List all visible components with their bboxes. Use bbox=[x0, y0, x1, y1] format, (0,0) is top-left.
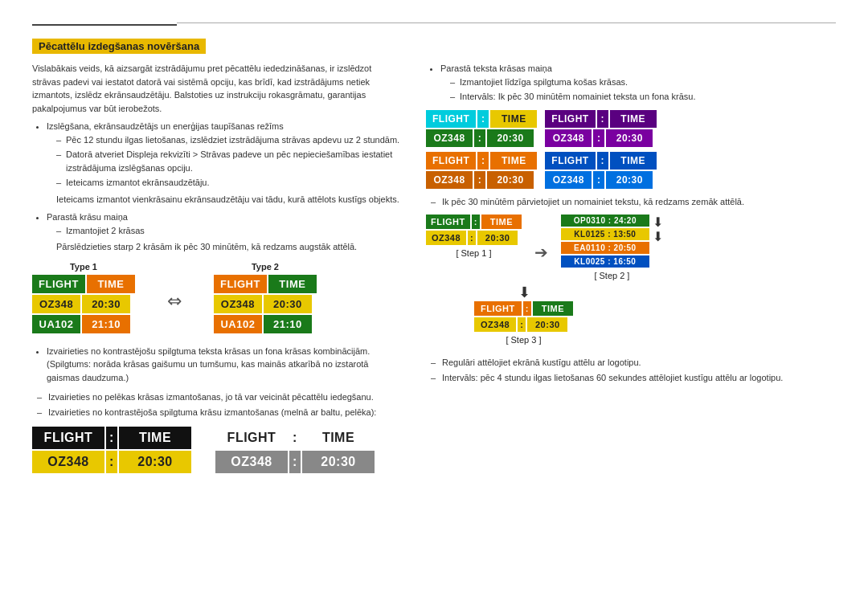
type2-label: Type 2 bbox=[214, 262, 317, 272]
s1-flight: FLIGHT bbox=[426, 215, 470, 229]
step3-section: ⬇ FLIGHT : TIME OZ348 : 20:30 [ Step 3 ] bbox=[474, 284, 836, 345]
left-dash2: Izvairieties no kontrastējoša spilgtuma … bbox=[32, 406, 402, 419]
t1-header-flight: FLIGHT bbox=[32, 275, 85, 293]
bottom-boards: FLIGHT : TIME OZ348 : 20:30 FLIGHT : TIM… bbox=[32, 427, 402, 473]
rb2-b2-time2: 20:30 bbox=[606, 171, 653, 189]
right-dash1: Izmantojiet līdzīga spilgtuma košas krās… bbox=[450, 76, 836, 89]
rb2-b1-flight: FLIGHT bbox=[426, 152, 476, 170]
t2-header-time: TIME bbox=[268, 275, 317, 293]
right-column: Parastā teksta krāsas maiņa Izmantojiet … bbox=[426, 62, 836, 473]
bb-right-header-flight: FLIGHT bbox=[215, 427, 288, 449]
s1-colon2: : bbox=[468, 231, 476, 245]
rb1-b2-colon: : bbox=[597, 110, 608, 128]
step1: FLIGHT : TIME OZ348 : 20:30 [ Step 1 ] bbox=[426, 215, 522, 258]
right-bullet-1: Parastā teksta krāsas maiņa Izmantojiet … bbox=[440, 62, 836, 104]
bullet-extra-1: Ieteicams izmantot vienkrāsainu ekrānsau… bbox=[47, 193, 402, 206]
s3-colon: : bbox=[523, 301, 531, 316]
t2-header-flight: FLIGHT bbox=[214, 275, 267, 293]
bb-right-colon2: : bbox=[289, 451, 301, 473]
step2: OP0310 : 24:20 KL0125 : 13:50 EA0110 : 2… bbox=[561, 215, 663, 280]
type2-section: Type 2 FLIGHT TIME OZ348 20:30 UA102 21:… bbox=[214, 262, 317, 333]
rb1-b2-time: TIME bbox=[610, 110, 657, 128]
s3-flight: FLIGHT bbox=[474, 301, 522, 316]
rb2-b2-oz: OZ348 bbox=[545, 171, 592, 189]
rb2-b2-colon2: : bbox=[593, 171, 604, 189]
rb1-board1: FLIGHT : TIME OZ348 : 20:30 bbox=[426, 110, 537, 147]
top-hr bbox=[177, 22, 836, 23]
t2-row1-time: 20:30 bbox=[264, 295, 312, 313]
steps-section: FLIGHT : TIME OZ348 : 20:30 [ Step 1 ] ➔ bbox=[426, 215, 836, 280]
note1: Izvairieties no kontrastējošu spilgtuma … bbox=[32, 345, 402, 385]
rb2-b1-colon: : bbox=[477, 152, 489, 170]
scroll-arrow-down2: ⬇ bbox=[653, 231, 663, 243]
t1-row2-flight: UA102 bbox=[32, 315, 80, 333]
rb1-b1-time: TIME bbox=[490, 110, 537, 128]
rb1-b2-flight: FLIGHT bbox=[545, 110, 595, 128]
dash-item-2-1: Izmantojiet 2 krāsas bbox=[56, 224, 402, 238]
intro-text: Vislabākais veids, kā aizsargāt izstrādā… bbox=[32, 62, 402, 115]
rb2-b1-time2: 20:30 bbox=[487, 171, 534, 189]
reg-dash1: Regulāri attēlojiet ekrānā kustīgu attēl… bbox=[426, 356, 836, 370]
step3-board: FLIGHT : TIME OZ348 : 20:30 bbox=[474, 301, 573, 332]
step3-arrow-down: ⬇ bbox=[518, 284, 530, 301]
rb2-b1-colon2: : bbox=[474, 171, 485, 189]
rb1-b2-colon2: : bbox=[593, 129, 604, 147]
bottom-board-left: FLIGHT : TIME OZ348 : 20:30 bbox=[32, 427, 191, 473]
scroll-arrow-down1: ⬇ bbox=[653, 216, 663, 229]
s1-time: TIME bbox=[481, 215, 522, 229]
s2-row1: OP0310 : 24:20 bbox=[561, 215, 649, 227]
bb-right-colon: : bbox=[289, 427, 301, 449]
types-section: Type 1 FLIGHT TIME OZ348 20:30 UA102 21:… bbox=[32, 262, 402, 333]
bottom-board-right: FLIGHT : TIME OZ348 : 20:30 bbox=[215, 427, 375, 473]
step-arrow1: ➔ bbox=[534, 243, 548, 262]
left-dash1: Izvairieties no pelēkas krāsas izmantoša… bbox=[32, 390, 402, 404]
step2-board: OP0310 : 24:20 KL0125 : 13:50 EA0110 : 2… bbox=[561, 215, 649, 268]
rb1-b2-oz: OZ348 bbox=[545, 129, 592, 147]
rb2-board2: FLIGHT : TIME OZ348 : 20:30 bbox=[545, 152, 656, 189]
bullet-item-2: Parastā krāsu maiņa Izmantojiet 2 krāsas… bbox=[47, 210, 402, 254]
rb1-board2: FLIGHT : TIME OZ348 : 20:30 bbox=[545, 110, 656, 147]
s1-oz: OZ348 bbox=[426, 231, 466, 245]
s3-time2: 20:30 bbox=[527, 317, 567, 332]
bb-left-header-flight: FLIGHT bbox=[32, 427, 104, 449]
rb2-b2-time: TIME bbox=[610, 152, 657, 170]
bb-left-oz348: OZ348 bbox=[32, 451, 104, 473]
s1-time2: 20:30 bbox=[477, 231, 518, 245]
t2-row1-flight: OZ348 bbox=[214, 295, 262, 313]
bb-left-colon: : bbox=[106, 427, 117, 449]
t1-row1-flight: OZ348 bbox=[32, 295, 80, 313]
right-boards-row2: FLIGHT : TIME OZ348 : 20:30 FLIGHT : bbox=[426, 152, 836, 189]
rb2-b2-flight: FLIGHT bbox=[545, 152, 595, 170]
step1-board: FLIGHT : TIME OZ348 : 20:30 bbox=[426, 215, 522, 245]
rb2-b1-oz: OZ348 bbox=[426, 171, 473, 189]
rb1-b2-time2: 20:30 bbox=[606, 129, 653, 147]
reg-dash2: Intervāls: pēc 4 stundu ilgas lietošanas… bbox=[426, 371, 836, 385]
step-dash: Ik pēc 30 minūtēm pārvietojiet un nomain… bbox=[426, 195, 836, 209]
bb-right-oz348: OZ348 bbox=[215, 451, 288, 473]
rb2-board1: FLIGHT : TIME OZ348 : 20:30 bbox=[426, 152, 537, 189]
step3: FLIGHT : TIME OZ348 : 20:30 [ Step 3 ] bbox=[474, 301, 573, 345]
step2-label: [ Step 2 ] bbox=[561, 271, 663, 280]
step3-label: [ Step 3 ] bbox=[474, 335, 573, 345]
right-boards-row1: FLIGHT : TIME OZ348 : 20:30 FLIGHT : bbox=[426, 110, 836, 147]
rb2-b1-time: TIME bbox=[490, 152, 537, 170]
dash-item-1-1: Pēc 12 stundu ilgas lietošanas, izslēdzi… bbox=[56, 133, 402, 147]
regular-notes: Regulāri attēlojiet ekrānā kustīgu attēl… bbox=[426, 356, 836, 384]
bb-left-colon2: : bbox=[106, 451, 117, 473]
main-bullet-list: Izslēgšana, ekrānsaudzētājs un enerģijas… bbox=[32, 120, 402, 254]
bb-right-header-time: TIME bbox=[302, 427, 375, 449]
section-title: Pēcattēlu izdegšanas novēršana bbox=[32, 39, 206, 54]
bb-left-time: 20:30 bbox=[119, 451, 191, 473]
type2-board: FLIGHT TIME OZ348 20:30 UA102 21:10 bbox=[214, 275, 317, 333]
bb-right-time: 20:30 bbox=[302, 451, 375, 473]
t2-row2-time: 21:10 bbox=[264, 315, 312, 333]
s2-row2: KL0125 : 13:50 bbox=[561, 228, 649, 240]
step1-label: [ Step 1 ] bbox=[426, 248, 522, 258]
s3-time: TIME bbox=[533, 301, 573, 316]
rb2-b2-colon: : bbox=[597, 152, 608, 170]
dash-item-1-2: Datorā atveriet Displeja rekvizīti > Str… bbox=[56, 148, 402, 174]
t1-row2-time: 21:10 bbox=[82, 315, 130, 333]
rb1-b1-oz: OZ348 bbox=[426, 129, 473, 147]
double-arrow: ⇔ bbox=[167, 291, 182, 312]
bullet-extra-2: Pārslēdzieties starp 2 krāsām ik pēc 30 … bbox=[47, 240, 402, 254]
